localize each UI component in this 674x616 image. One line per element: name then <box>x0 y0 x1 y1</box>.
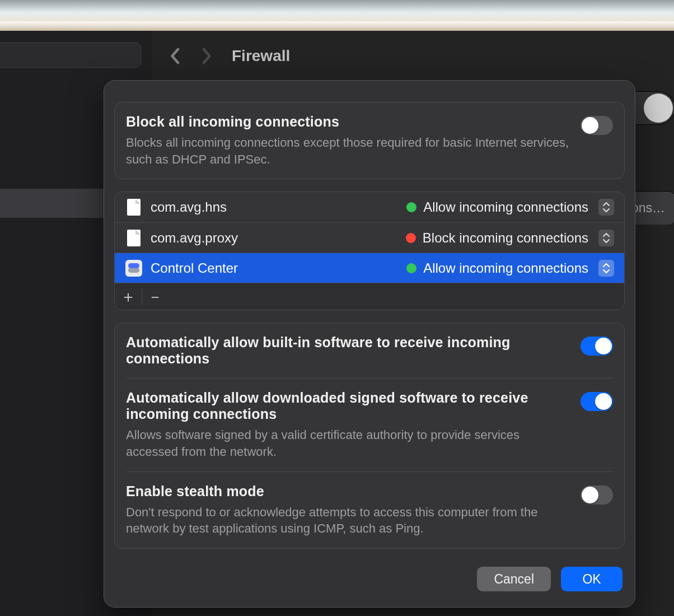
app-name: com.avg.proxy <box>151 230 398 246</box>
app-status-label: Allow incoming connections <box>423 260 588 276</box>
block-all-desc: Blocks all incoming connections except t… <box>126 134 569 167</box>
status-dot-allow-icon <box>406 202 416 212</box>
minus-icon: － <box>147 286 163 307</box>
control-center-icon <box>125 259 143 277</box>
apps-panel: com.avg.hns Allow incoming connections c… <box>114 192 625 310</box>
dropdown-stepper-icon <box>598 230 614 246</box>
app-status-label: Allow incoming connections <box>423 199 588 215</box>
allow-builtin-title: Automatically allow built-in software to… <box>126 334 569 367</box>
block-all-toggle[interactable] <box>581 116 613 135</box>
nav-forward-button[interactable] <box>196 43 218 69</box>
add-app-button[interactable]: ＋ <box>115 283 142 310</box>
block-all-panel: Block all incoming connections Blocks al… <box>114 102 625 179</box>
sheet-button-row: Cancel OK <box>104 561 635 591</box>
search-input[interactable] <box>0 42 141 68</box>
block-all-title: Block all incoming connections <box>126 114 569 130</box>
app-name: Control Center <box>151 260 399 276</box>
document-icon <box>125 229 143 247</box>
chevron-left-icon <box>169 48 180 64</box>
allow-signed-title: Automatically allow downloaded signed so… <box>126 390 569 422</box>
stealth-desc: Don't respond to or acknowledge attempts… <box>126 504 569 537</box>
ok-button[interactable]: OK <box>561 567 622 591</box>
app-status-select[interactable]: Block incoming connections <box>406 230 614 246</box>
app-row[interactable]: com.avg.proxy Block incoming connections <box>115 222 624 253</box>
stealth-title: Enable stealth mode <box>126 483 569 500</box>
dropdown-stepper-icon <box>598 260 614 277</box>
allow-signed-desc: Allows software signed by a valid certif… <box>126 427 569 460</box>
status-dot-block-icon <box>406 233 416 243</box>
dropdown-stepper-icon <box>598 199 614 216</box>
stealth-toggle[interactable] <box>581 486 613 505</box>
allow-builtin-toggle[interactable] <box>581 337 613 356</box>
nav-back-button[interactable] <box>163 43 186 69</box>
app-name: com.avg.hns <box>151 199 399 215</box>
app-row[interactable]: com.avg.hns Allow incoming connections <box>115 192 624 222</box>
app-row[interactable]: Control Center Allow incoming connection… <box>115 253 624 283</box>
advanced-options-panel: Automatically allow built-in software to… <box>114 323 625 549</box>
app-status-label: Block incoming connections <box>423 230 588 246</box>
allow-signed-toggle[interactable] <box>581 392 613 411</box>
cancel-button[interactable]: Cancel <box>477 567 551 591</box>
app-status-select[interactable]: Allow incoming connections <box>406 199 614 216</box>
firewall-options-sheet: Block all incoming connections Blocks al… <box>104 80 635 608</box>
chevron-right-icon <box>202 48 213 64</box>
app-status-select[interactable]: Allow incoming connections <box>406 260 614 277</box>
status-dot-allow-icon <box>406 263 416 273</box>
apps-footer: ＋ － <box>115 283 624 310</box>
remove-app-button[interactable]: － <box>142 283 168 310</box>
plus-icon: ＋ <box>120 286 136 307</box>
main-header: Firewall <box>152 31 674 81</box>
document-icon <box>125 198 143 216</box>
page-title: Firewall <box>232 47 290 65</box>
